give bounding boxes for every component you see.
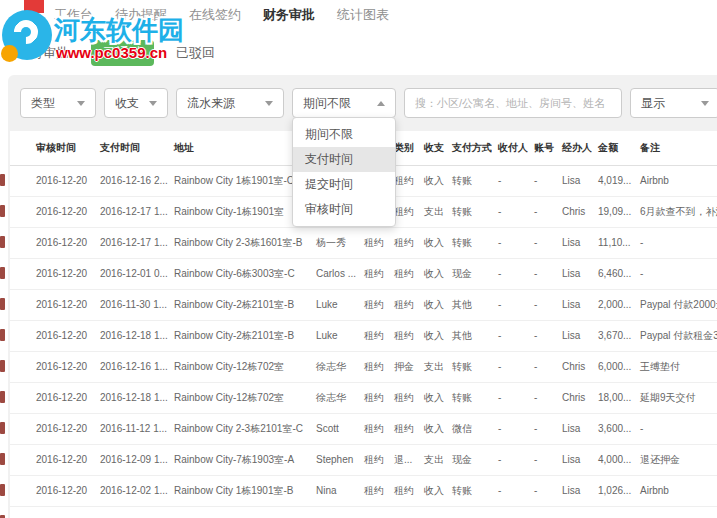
table-row[interactable]: 2016-12-202016-12-09 1...Rainbow City-7栋… — [10, 444, 717, 475]
table-cell: Airbnb — [634, 475, 717, 506]
table-cell: 2016-12-02 1... — [94, 475, 168, 506]
period-menu-item-2[interactable]: 提交时间 — [293, 172, 395, 197]
table-cell — [418, 506, 446, 518]
table-cell: 徐志华 — [310, 351, 358, 382]
table-cell — [168, 506, 310, 518]
table-cell: 收入 — [418, 258, 446, 289]
display-columns-button[interactable]: 显示 — [630, 88, 717, 118]
table-cell: 6月款查不到，补汇 — [634, 196, 717, 227]
table-cell: 收入 — [418, 382, 446, 413]
filter-inout-select[interactable]: 收支 — [104, 88, 168, 118]
table-cell: 2016-12-16 2... — [94, 165, 168, 196]
filter-period-select[interactable]: 期间不限 — [292, 88, 396, 118]
table-cell: - — [492, 351, 528, 382]
table-cell: 转账 — [446, 382, 492, 413]
table-cell: 租约 — [358, 289, 388, 320]
nav-item-3[interactable]: 财务审批 — [263, 6, 315, 24]
filter-type-select[interactable]: 类型 — [20, 88, 96, 118]
nav-item-4[interactable]: 统计图表 — [337, 6, 389, 24]
table-cell — [310, 506, 358, 518]
table-cell: 2016-12-20 — [10, 289, 94, 320]
table-cell: 1,026... — [592, 475, 634, 506]
column-header: 支付方式 — [446, 131, 492, 165]
table-cell: 2,000... — [592, 289, 634, 320]
column-header: 金额 — [592, 131, 634, 165]
table-cell: - — [492, 289, 528, 320]
table-row[interactable]: 2016-12-202016-12-18 1...Rainbow City-12… — [10, 382, 717, 413]
status-tab-1[interactable]: 已通过 — [91, 40, 154, 66]
nav-item-2[interactable]: 在线签约 — [189, 6, 241, 24]
status-tab-2[interactable]: 已驳回 — [176, 44, 215, 62]
table-cell — [446, 506, 492, 518]
table-cell: Lisa — [556, 444, 592, 475]
period-menu-item-1[interactable]: 支付时间 — [293, 147, 395, 172]
table-cell: - — [634, 258, 717, 289]
table-cell: - — [528, 475, 556, 506]
table-row[interactable]: 2016-12-202016-11-30 1...Rainbow City-2栋… — [10, 289, 717, 320]
table-cell: 2016-12-20 — [10, 382, 94, 413]
table-cell: 2016-12-20 — [10, 196, 94, 227]
filter-bar: 类型 收支 流水来源 期间不限 显示 — [20, 88, 717, 118]
table-cell: Luke — [310, 289, 358, 320]
table-row[interactable]: 2016-12-202016-12-17 1...Rainbow City 2-… — [10, 227, 717, 258]
table-cell: 租约 — [358, 413, 388, 444]
table-cell: 租约 — [358, 320, 388, 351]
cutoff-text-fragment — [0, 391, 5, 403]
table-cell — [388, 506, 418, 518]
table-cell: - — [528, 382, 556, 413]
period-menu-item-0[interactable]: 期间不限 — [293, 122, 395, 147]
cutoff-text-fragment — [0, 484, 5, 496]
display-columns-label: 显示 — [641, 95, 665, 112]
table-cell: 支出 — [418, 196, 446, 227]
search-input[interactable] — [404, 88, 622, 118]
table-cell: - — [634, 227, 717, 258]
table-row[interactable]: 2016-12-202016-12-01 0...Rainbow City-6栋… — [10, 258, 717, 289]
table-cell: - — [492, 165, 528, 196]
table-cell — [94, 506, 168, 518]
table-cell: 支出 — [418, 351, 446, 382]
table-cell: 收入 — [418, 227, 446, 258]
column-header: 支付时间 — [94, 131, 168, 165]
filter-source-select[interactable]: 流水来源 — [176, 88, 284, 118]
table-cell: - — [492, 475, 528, 506]
table-cell: Rainbow City 1栋1901室-C — [168, 165, 310, 196]
table-cell: 租约 — [358, 258, 388, 289]
nav-item-1[interactable]: 待办提醒 — [115, 6, 167, 24]
table-cell: - — [492, 413, 528, 444]
column-header: 备注 — [634, 131, 717, 165]
table-cell — [492, 506, 528, 518]
table-cell: 收入 — [418, 413, 446, 444]
table-cell: 支出 — [418, 444, 446, 475]
table-cell: 退还押金 — [634, 444, 717, 475]
table-cell: 租约 — [388, 320, 418, 351]
table-cell: 2016-12-20 — [10, 475, 94, 506]
table-row[interactable]: 2016-12-202016-11-12 1...Rainbow City 2-… — [10, 413, 717, 444]
table-cell: Rainbow City-2栋2101室-B — [168, 320, 310, 351]
column-header: 地址 — [168, 131, 310, 165]
table-cell: Scott — [310, 413, 358, 444]
table-cell: 2016-12-20 — [10, 351, 94, 382]
table-cell: 租约 — [388, 382, 418, 413]
table-row[interactable]: 2016-12-202016-12-02 1...Rainbow City 1栋… — [10, 475, 717, 506]
top-nav: 工作台待办提醒在线签约财务审批统计图表 — [0, 0, 717, 30]
table-cell: Lisa — [556, 413, 592, 444]
column-header: 收支 — [418, 131, 446, 165]
table-row[interactable]: 2016-12-202016-12-18 1...Rainbow City-2栋… — [10, 320, 717, 351]
table-cell: 收入 — [418, 320, 446, 351]
table-cell: 租约 — [358, 351, 388, 382]
filter-source-label: 流水来源 — [187, 95, 235, 112]
table-cell: Rainbow City-6栋3003室-C — [168, 258, 310, 289]
cutoff-text-fragment — [0, 422, 5, 434]
cutoff-text-fragment — [0, 329, 5, 341]
table-row[interactable]: 2016-12-202016-12-16 1...Rainbow City-12… — [10, 351, 717, 382]
status-tab-0[interactable]: 待审批 — [30, 44, 69, 62]
column-header: 收付人 — [492, 131, 528, 165]
caret-down-icon — [701, 101, 709, 106]
table-cell: 租约 — [388, 227, 418, 258]
table-cell: - — [528, 258, 556, 289]
table-cell: 退... — [388, 444, 418, 475]
table-cell: 2016-12-20 — [10, 258, 94, 289]
cutoff-text-fragment — [0, 236, 5, 248]
period-menu-item-3[interactable]: 审核时间 — [293, 197, 395, 222]
nav-item-0[interactable]: 工作台 — [54, 6, 93, 24]
